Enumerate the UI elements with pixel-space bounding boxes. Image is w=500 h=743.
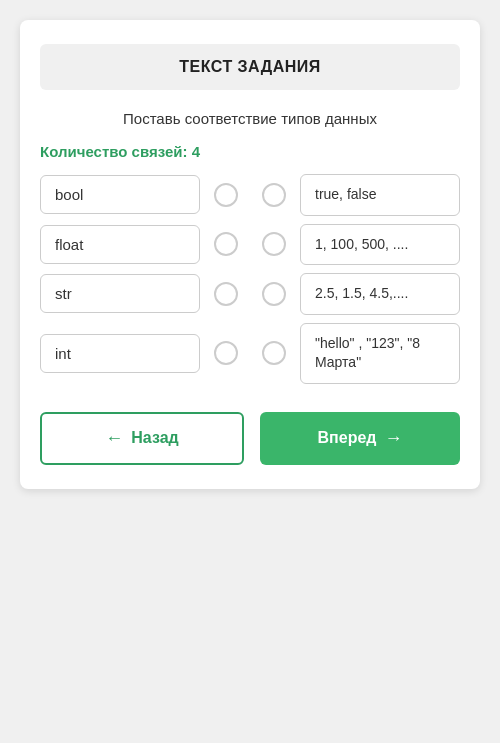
back-button[interactable]: ← Назад: [40, 412, 244, 465]
radio-right-r2[interactable]: [262, 232, 286, 256]
task-description: Поставь соответствие типов данных: [40, 108, 460, 129]
right-item-r1: true, false: [300, 174, 460, 216]
left-item-int: int: [40, 334, 200, 373]
left-item-float: float: [40, 225, 200, 264]
task-header: ТЕКСТ ЗАДАНИЯ: [40, 44, 460, 90]
left-item-str: str: [40, 274, 200, 313]
radio-right-r3[interactable]: [262, 282, 286, 306]
right-item-r2: 1, 100, 500, ....: [300, 224, 460, 266]
right-item-r3: 2.5, 1.5, 4.5,....: [300, 273, 460, 315]
radio-right-r1[interactable]: [262, 183, 286, 207]
radio-left-str[interactable]: [214, 282, 238, 306]
forward-button-label: Вперед: [318, 429, 377, 447]
main-card: ТЕКСТ ЗАДАНИЯ Поставь соответствие типов…: [20, 20, 480, 489]
radio-left-float[interactable]: [214, 232, 238, 256]
matching-container: bool true, false float 1, 100, 500, ....…: [40, 174, 460, 384]
buttons-row: ← Назад Вперед →: [40, 412, 460, 465]
task-header-title: ТЕКСТ ЗАДАНИЯ: [56, 58, 444, 76]
left-item-bool: bool: [40, 175, 200, 214]
connections-count: Количество связей: 4: [40, 143, 460, 160]
matching-row-1: float 1, 100, 500, ....: [40, 224, 460, 266]
radio-right-r4[interactable]: [262, 341, 286, 365]
matching-row-3: int "hello" , "123", "8 Марта": [40, 323, 460, 384]
back-arrow-icon: ←: [105, 428, 123, 449]
forward-button[interactable]: Вперед →: [260, 412, 460, 465]
matching-row-0: bool true, false: [40, 174, 460, 216]
back-button-label: Назад: [131, 429, 178, 447]
matching-row-2: str 2.5, 1.5, 4.5,....: [40, 273, 460, 315]
radio-left-int[interactable]: [214, 341, 238, 365]
radio-left-bool[interactable]: [214, 183, 238, 207]
right-item-r4: "hello" , "123", "8 Марта": [300, 323, 460, 384]
forward-arrow-icon: →: [384, 428, 402, 449]
